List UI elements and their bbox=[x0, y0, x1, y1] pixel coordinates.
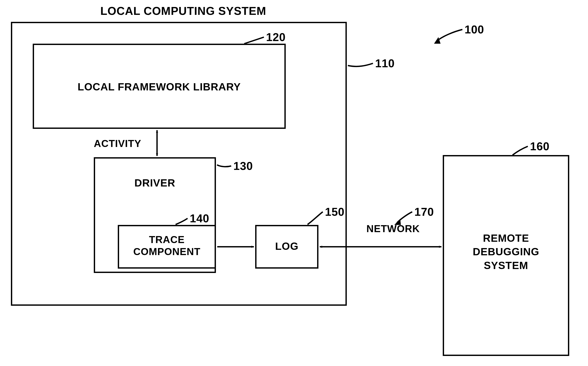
ref-170: 170 bbox=[414, 205, 434, 218]
leader-160 bbox=[513, 146, 528, 155]
ref-120: 120 bbox=[266, 30, 286, 44]
diagram-stage: LOCAL COMPUTING SYSTEM LOCAL FRAMEWORK L… bbox=[0, 0, 588, 366]
ref-130: 130 bbox=[233, 160, 253, 173]
ref-100: 100 bbox=[464, 23, 484, 36]
label-local-framework-library: LOCAL FRAMEWORK LIBRARY bbox=[33, 81, 286, 93]
leader-170 bbox=[397, 212, 412, 223]
leader-110 bbox=[348, 63, 373, 66]
ref-110: 110 bbox=[375, 57, 395, 70]
label-trace-component: TRACE COMPONENT bbox=[118, 234, 216, 258]
ref-160: 160 bbox=[530, 140, 550, 153]
label-log: LOG bbox=[255, 240, 318, 252]
label-remote-debugging-system: REMOTE DEBUGGING SYSTEM bbox=[443, 231, 569, 272]
label-activity: ACTIVITY bbox=[94, 137, 141, 149]
ref-150: 150 bbox=[325, 205, 345, 218]
ref-140: 140 bbox=[190, 212, 209, 225]
label-driver: DRIVER bbox=[94, 177, 216, 189]
leader-100 bbox=[436, 30, 462, 41]
leader-100-arrow bbox=[434, 37, 441, 44]
title-local-computing-system: LOCAL COMPUTING SYSTEM bbox=[100, 4, 266, 17]
label-network: NETWORK bbox=[366, 223, 420, 235]
